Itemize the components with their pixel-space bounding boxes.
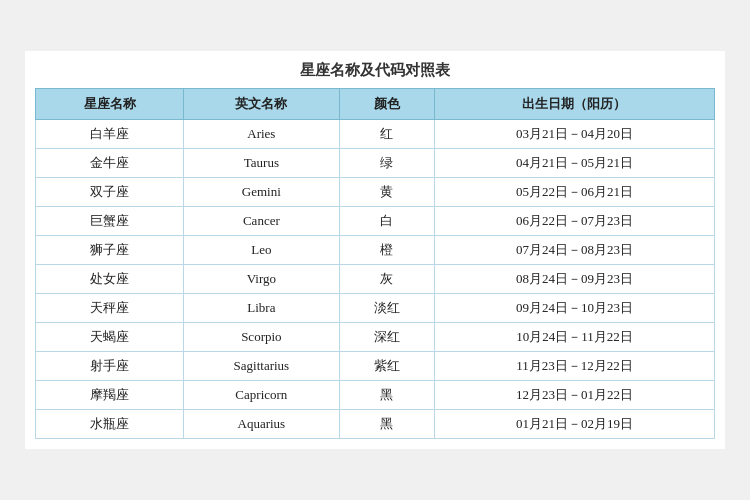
table-header-cell: 英文名称 (184, 89, 339, 120)
table-cell: Gemini (184, 178, 339, 207)
table-row: 水瓶座Aquarius黑01月21日－02月19日 (36, 410, 715, 439)
table-cell: 狮子座 (36, 236, 184, 265)
table-cell: 09月24日－10月23日 (434, 294, 714, 323)
table-cell: 摩羯座 (36, 381, 184, 410)
table-cell: 绿 (339, 149, 434, 178)
table-row: 摩羯座Capricorn黑12月23日－01月22日 (36, 381, 715, 410)
table-cell: Aquarius (184, 410, 339, 439)
table-cell: 01月21日－02月19日 (434, 410, 714, 439)
table-cell: 红 (339, 120, 434, 149)
table-cell: Aries (184, 120, 339, 149)
table-cell: 金牛座 (36, 149, 184, 178)
table-cell: 射手座 (36, 352, 184, 381)
table-cell: Libra (184, 294, 339, 323)
table-cell: 03月21日－04月20日 (434, 120, 714, 149)
table-header-cell: 星座名称 (36, 89, 184, 120)
table-cell: 黑 (339, 381, 434, 410)
table-row: 天秤座Libra淡红09月24日－10月23日 (36, 294, 715, 323)
table-cell: 淡红 (339, 294, 434, 323)
table-cell: 天蝎座 (36, 323, 184, 352)
table-row: 射手座Sagittarius紫红11月23日－12月22日 (36, 352, 715, 381)
table-cell: 05月22日－06月21日 (434, 178, 714, 207)
table-cell: 04月21日－05月21日 (434, 149, 714, 178)
table-cell: 11月23日－12月22日 (434, 352, 714, 381)
table-row: 白羊座Aries红03月21日－04月20日 (36, 120, 715, 149)
table-row: 狮子座Leo橙07月24日－08月23日 (36, 236, 715, 265)
table-cell: 黑 (339, 410, 434, 439)
table-body: 白羊座Aries红03月21日－04月20日金牛座Taurus绿04月21日－0… (36, 120, 715, 439)
table-cell: 灰 (339, 265, 434, 294)
table-cell: 紫红 (339, 352, 434, 381)
table-row: 天蝎座Scorpio深红10月24日－11月22日 (36, 323, 715, 352)
table-row: 金牛座Taurus绿04月21日－05月21日 (36, 149, 715, 178)
table-cell: Sagittarius (184, 352, 339, 381)
table-cell: Leo (184, 236, 339, 265)
table-cell: 处女座 (36, 265, 184, 294)
table-header-row: 星座名称英文名称颜色出生日期（阳历） (36, 89, 715, 120)
main-container: 星座名称及代码对照表 星座名称英文名称颜色出生日期（阳历） 白羊座Aries红0… (25, 51, 725, 449)
table-cell: Virgo (184, 265, 339, 294)
table-row: 处女座Virgo灰08月24日－09月23日 (36, 265, 715, 294)
table-cell: 06月22日－07月23日 (434, 207, 714, 236)
table-cell: 双子座 (36, 178, 184, 207)
table-cell: 08月24日－09月23日 (434, 265, 714, 294)
table-cell: 深红 (339, 323, 434, 352)
table-cell: 黄 (339, 178, 434, 207)
table-cell: 水瓶座 (36, 410, 184, 439)
table-row: 巨蟹座Cancer白06月22日－07月23日 (36, 207, 715, 236)
table-cell: 天秤座 (36, 294, 184, 323)
table-row: 双子座Gemini黄05月22日－06月21日 (36, 178, 715, 207)
page-title: 星座名称及代码对照表 (35, 61, 715, 80)
table-cell: 橙 (339, 236, 434, 265)
table-cell: Cancer (184, 207, 339, 236)
table-cell: 10月24日－11月22日 (434, 323, 714, 352)
table-cell: 12月23日－01月22日 (434, 381, 714, 410)
table-header-cell: 颜色 (339, 89, 434, 120)
table-cell: 07月24日－08月23日 (434, 236, 714, 265)
table-cell: Scorpio (184, 323, 339, 352)
table-cell: Taurus (184, 149, 339, 178)
table-cell: 白 (339, 207, 434, 236)
zodiac-table: 星座名称英文名称颜色出生日期（阳历） 白羊座Aries红03月21日－04月20… (35, 88, 715, 439)
table-cell: 白羊座 (36, 120, 184, 149)
table-cell: Capricorn (184, 381, 339, 410)
table-header-cell: 出生日期（阳历） (434, 89, 714, 120)
table-cell: 巨蟹座 (36, 207, 184, 236)
